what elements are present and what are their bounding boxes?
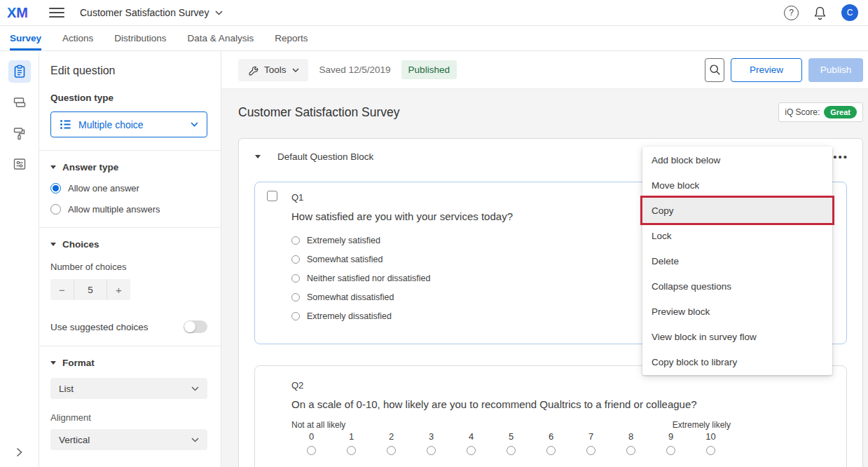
- svg-text:XM: XM: [7, 5, 28, 20]
- help-icon[interactable]: ?: [784, 6, 799, 20]
- survey-editor-main: Tools Saved 12/5/2019 Published Preview …: [221, 51, 868, 467]
- tools-menu-button[interactable]: Tools: [238, 59, 308, 81]
- increment-button[interactable]: +: [107, 279, 130, 300]
- menu-item-move-block[interactable]: Move block: [642, 172, 832, 198]
- answer-type-label: Answer type: [62, 162, 118, 172]
- scale-point: 4: [451, 431, 491, 455]
- primary-nav: Survey Actions Distributions Data & Anal…: [0, 26, 868, 51]
- menu-item-preview-block[interactable]: Preview block: [642, 299, 832, 324]
- survey-builder-icon[interactable]: [8, 60, 31, 83]
- divider: [39, 227, 221, 228]
- alignment-label: Alignment: [50, 412, 207, 423]
- question-type-select[interactable]: Multiple choice: [50, 111, 207, 137]
- tab-reports[interactable]: Reports: [275, 26, 308, 50]
- xm-logo[interactable]: XM: [7, 5, 32, 20]
- scale-max-label[interactable]: Extremely likely: [673, 420, 731, 430]
- radio-unselected: [507, 446, 516, 455]
- menu-item-collapse-questions[interactable]: Collapse questions: [642, 273, 832, 299]
- menu-item-add-block-below[interactable]: Add block below: [642, 147, 832, 172]
- left-icon-rail: [0, 51, 39, 467]
- radio-unselected: [291, 312, 300, 320]
- menu-item-view-block-in-survey-flow[interactable]: View block in survey flow: [642, 324, 832, 349]
- blocks-icon[interactable]: [8, 91, 31, 114]
- panel-title: Edit question: [50, 65, 207, 77]
- survey-title-text: Customer Satisfaction Survey: [80, 7, 209, 18]
- radio-unselected: [387, 446, 396, 455]
- allow-multiple-answers-option[interactable]: Allow multiple answers: [50, 204, 207, 215]
- block-options-menu: Add block below Move block Copy Lock Del…: [642, 147, 832, 375]
- iq-score-value-badge: Great: [824, 106, 857, 119]
- survey-name-heading: Customer Satisfaction Survey: [238, 105, 400, 120]
- look-and-feel-icon[interactable]: [8, 122, 31, 144]
- edit-question-panel: Edit question Question type Multiple cho…: [39, 51, 221, 467]
- menu-item-lock[interactable]: Lock: [642, 223, 832, 248]
- format-section-toggle[interactable]: Format: [50, 358, 207, 368]
- block-options-dots-icon[interactable]: •••: [833, 154, 848, 161]
- question-type-value: Multiple choice: [78, 119, 144, 130]
- radio-unselected: [291, 236, 300, 245]
- scale-point: 10: [691, 431, 731, 455]
- preview-button[interactable]: Preview: [731, 58, 802, 82]
- wrench-icon: [247, 65, 259, 76]
- question-id[interactable]: Q2: [291, 380, 832, 391]
- radio-unselected: [626, 446, 635, 455]
- use-suggested-choices-label: Use suggested choices: [50, 322, 149, 332]
- top-bar: XM Customer Satisfaction Survey ? C: [0, 0, 868, 26]
- use-suggested-choices-toggle[interactable]: [184, 320, 207, 333]
- allow-one-answer-option[interactable]: Allow one answer: [50, 183, 207, 194]
- hamburger-menu-icon[interactable]: [49, 8, 64, 18]
- scale-point: 2: [371, 431, 411, 455]
- choice-count-value[interactable]: 5: [74, 279, 107, 300]
- tab-survey[interactable]: Survey: [10, 26, 41, 50]
- choices-label: Choices: [62, 239, 99, 250]
- scale-point: 8: [611, 431, 651, 455]
- divider: [39, 150, 221, 151]
- radio-unselected: [307, 446, 316, 455]
- radio-unselected: [706, 446, 715, 455]
- radio-unselected: [50, 204, 61, 215]
- scale-point: 6: [531, 431, 571, 455]
- radio-unselected: [427, 446, 436, 455]
- scale-points: 0 1 2 3 4 5 6 7 8 9 10: [291, 431, 731, 455]
- answer-type-section-toggle[interactable]: Answer type: [50, 162, 207, 172]
- question-text[interactable]: On a scale of 0-10, how likely are you t…: [291, 398, 832, 410]
- collapse-triangle-icon: [50, 243, 56, 246]
- tab-data-analysis[interactable]: Data & Analysis: [188, 26, 254, 50]
- multiple-choice-icon: [60, 119, 71, 130]
- question-card-q2[interactable]: Q2 On a scale of 0-10, how likely are yo…: [254, 365, 847, 467]
- block-collapse-triangle-icon[interactable]: [255, 155, 261, 158]
- menu-item-delete[interactable]: Delete: [642, 248, 832, 273]
- survey-options-icon[interactable]: [8, 153, 31, 175]
- user-avatar[interactable]: C: [841, 4, 858, 21]
- toggle-knob: [184, 321, 195, 332]
- menu-item-copy-block-to-library[interactable]: Copy block to library: [642, 349, 832, 374]
- radio-unselected: [291, 293, 300, 302]
- alignment-select[interactable]: Vertical: [50, 429, 207, 450]
- decrement-button[interactable]: −: [50, 279, 74, 300]
- nps-scale: Not at all likely Extremely likely 0 1 2…: [291, 420, 731, 455]
- menu-item-copy[interactable]: Copy: [642, 198, 832, 223]
- format-type-select[interactable]: List: [50, 378, 207, 399]
- tab-actions[interactable]: Actions: [62, 26, 93, 50]
- scale-point: 0: [291, 431, 331, 455]
- scale-point: 7: [571, 431, 611, 455]
- number-of-choices-label: Number of choices: [50, 262, 207, 272]
- survey-title-dropdown[interactable]: Customer Satisfaction Survey: [80, 7, 223, 18]
- publish-button[interactable]: Publish: [808, 58, 863, 82]
- choices-section-toggle[interactable]: Choices: [50, 239, 207, 250]
- tab-distributions[interactable]: Distributions: [114, 26, 166, 50]
- collapse-triangle-icon: [50, 165, 56, 169]
- radio-selected: [50, 183, 61, 194]
- search-button[interactable]: [705, 58, 724, 82]
- scale-point: 5: [491, 431, 531, 455]
- radio-unselected: [291, 255, 300, 264]
- chevron-down-icon: [292, 68, 299, 72]
- question-select-checkbox[interactable]: [267, 191, 277, 201]
- radio-unselected: [347, 446, 356, 455]
- block-title[interactable]: Default Question Block: [277, 151, 373, 162]
- radio-unselected: [586, 446, 595, 455]
- notifications-bell-icon[interactable]: [813, 6, 827, 20]
- iq-score-chip[interactable]: iQ Score: Great: [778, 102, 863, 122]
- scale-min-label[interactable]: Not at all likely: [291, 420, 345, 430]
- collapse-panel-chevron-icon[interactable]: [13, 445, 25, 460]
